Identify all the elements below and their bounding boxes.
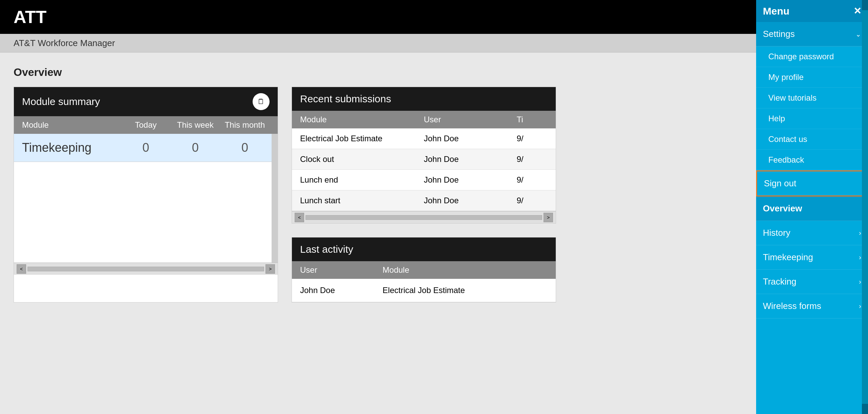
module-table-header: Module Today This week This month: [14, 116, 278, 134]
recent-rows: Electrical Job Estimate John Doe 9/ Cloc…: [292, 128, 556, 211]
settings-label: Settings: [763, 29, 795, 39]
panels-row: Module summary 🗒 Module Today This week …: [14, 87, 854, 303]
menu-item-wireless-forms[interactable]: Wireless forms ›: [756, 294, 868, 318]
la-row-user-0: John Doe: [300, 286, 382, 295]
menu-item-feedback[interactable]: Feedback: [756, 150, 868, 170]
table-row: John Doe Electrical Job Estimate: [292, 279, 556, 302]
sign-out-label: Sign out: [764, 178, 796, 189]
recent-panel-footer: < >: [292, 211, 556, 223]
row-week-val: 0: [171, 141, 220, 155]
table-row: Timekeeping 0 0 0: [14, 134, 278, 162]
overview-label: Overview: [763, 203, 802, 214]
menu-item-history[interactable]: History ›: [756, 221, 868, 245]
scroll-left-btn[interactable]: <: [17, 264, 26, 274]
menu-item-overview[interactable]: Overview: [756, 196, 868, 221]
rs-row-user-3: John Doe: [424, 196, 517, 205]
table-row: Lunch end John Doe 9/: [292, 170, 556, 190]
row-month-val: 0: [220, 141, 270, 155]
module-summary-header: Module summary 🗒: [14, 87, 278, 116]
menu-item-timekeeping[interactable]: Timekeeping ›: [756, 245, 868, 270]
sub-header-text: AT&T Workforce Manager: [14, 38, 115, 48]
module-scroll-area: Timekeeping 0 0 0: [14, 134, 278, 263]
col-month-label: This month: [220, 120, 270, 130]
col-week-label: This week: [171, 120, 220, 130]
rs-row-module-0: Electrical Job Estimate: [300, 134, 424, 143]
rs-row-user-0: John Doe: [424, 134, 517, 143]
last-activity-header: Last activity: [292, 237, 556, 261]
app-title: ATT: [14, 7, 46, 27]
menu-item-settings[interactable]: Settings ⌄: [756, 22, 868, 46]
sub-header: AT&T Workforce Manager: [0, 34, 868, 53]
row-today-val: 0: [121, 141, 171, 155]
chevron-right-icon: ›: [859, 302, 861, 310]
module-summary-icon[interactable]: 🗒: [253, 93, 270, 110]
chevron-right-icon: ›: [859, 253, 861, 261]
rs-row-time-3: 9/: [517, 196, 548, 205]
la-table-header: User Module: [292, 261, 556, 279]
recent-scroll-left-btn[interactable]: <: [295, 213, 304, 222]
rs-row-module-3: Lunch start: [300, 196, 424, 205]
menu-header: Menu ✕: [756, 0, 868, 22]
section-title: Overview: [14, 66, 854, 79]
horizontal-scrollbar[interactable]: [27, 267, 264, 271]
chevron-down-icon: ⌄: [855, 30, 861, 38]
menu-title: Menu: [763, 5, 789, 17]
rs-row-module-1: Clock out: [300, 154, 424, 164]
chevron-right-icon: ›: [859, 278, 861, 286]
menu-panel: Menu ✕ Settings ⌄ Change password My pro…: [756, 0, 868, 414]
col-module-label: Module: [22, 120, 121, 130]
menu-item-sign-out[interactable]: Sign out: [756, 170, 868, 196]
table-row: Lunch start John Doe 9/: [292, 190, 556, 211]
rs-row-user-1: John Doe: [424, 154, 517, 164]
col-la-module-label: Module: [382, 265, 548, 275]
recent-horizontal-scrollbar[interactable]: [305, 215, 542, 220]
menu-scrollbar-thumb-bottom[interactable]: [862, 404, 868, 414]
row-module-name: Timekeeping: [22, 141, 121, 155]
tracking-label: Tracking: [763, 276, 796, 287]
last-activity-title: Last activity: [300, 244, 353, 255]
module-panel-footer: < >: [14, 263, 278, 275]
vertical-scrollbar[interactable]: [272, 134, 278, 263]
table-row: Clock out John Doe 9/: [292, 149, 556, 170]
main-content: Overview Module summary 🗒 Module Today T…: [0, 53, 868, 316]
report-icon: 🗒: [257, 97, 265, 106]
module-summary-title: Module summary: [22, 96, 100, 107]
scroll-right-btn[interactable]: >: [265, 264, 275, 274]
la-row-module-0: Electrical Job Estimate: [382, 286, 548, 295]
timekeeping-label: Timekeeping: [763, 252, 813, 263]
menu-scrollbar-track[interactable]: [862, 0, 868, 414]
help-label: Help: [768, 114, 785, 123]
view-tutorials-label: View tutorials: [768, 93, 816, 102]
col-rs-module-label: Module: [300, 115, 424, 124]
menu-item-tracking[interactable]: Tracking ›: [756, 270, 868, 294]
rs-row-module-2: Lunch end: [300, 175, 424, 185]
module-summary-panel: Module summary 🗒 Module Today This week …: [14, 87, 278, 303]
col-la-user-label: User: [300, 265, 382, 275]
recent-submissions-title: Recent submissions: [300, 93, 391, 105]
feedback-label: Feedback: [768, 155, 804, 164]
col-rs-time-label: Ti: [517, 115, 548, 124]
my-profile-label: My profile: [768, 73, 804, 82]
rs-row-time-2: 9/: [517, 175, 548, 185]
recent-submissions-panel: Recent submissions Module User Ti Electr…: [292, 87, 556, 224]
menu-item-change-password[interactable]: Change password: [756, 46, 868, 67]
last-activity-panel: Last activity User Module John Doe Elect…: [292, 237, 556, 303]
contact-us-label: Contact us: [768, 134, 807, 144]
menu-close-button[interactable]: ✕: [853, 5, 861, 17]
table-row: Electrical Job Estimate John Doe 9/: [292, 128, 556, 149]
menu-item-contact-us[interactable]: Contact us: [756, 129, 868, 150]
menu-item-help[interactable]: Help: [756, 108, 868, 129]
recent-table-header: Module User Ti: [292, 111, 556, 128]
wireless-forms-label: Wireless forms: [763, 301, 821, 311]
right-panels: Recent submissions Module User Ti Electr…: [292, 87, 556, 303]
menu-item-view-tutorials[interactable]: View tutorials: [756, 88, 868, 108]
rs-row-user-2: John Doe: [424, 175, 517, 185]
recent-scroll-right-btn[interactable]: >: [544, 213, 553, 222]
menu-scrollbar-thumb-top[interactable]: [862, 0, 868, 10]
recent-submissions-header: Recent submissions: [292, 87, 556, 111]
history-label: History: [763, 228, 790, 238]
app-header: ATT: [0, 0, 868, 34]
change-password-label: Change password: [768, 52, 834, 61]
rs-row-time-1: 9/: [517, 154, 548, 164]
menu-item-my-profile[interactable]: My profile: [756, 67, 868, 88]
